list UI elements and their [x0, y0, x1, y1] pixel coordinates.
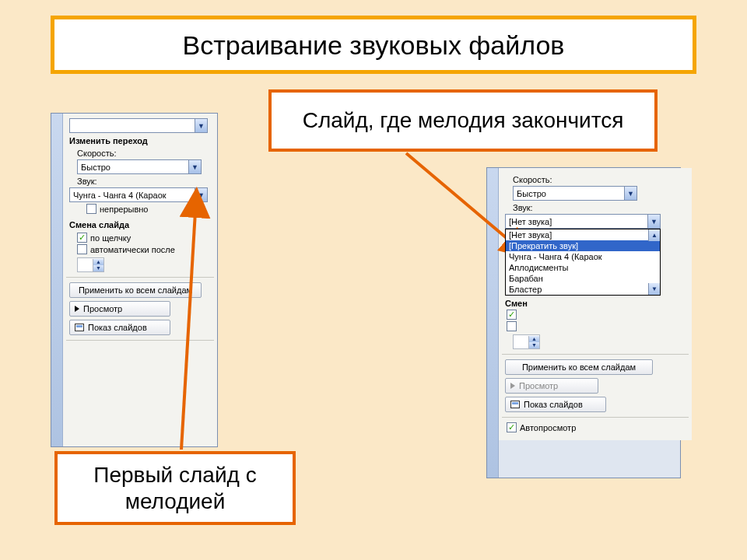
autoafter-checkbox-r[interactable] — [507, 321, 517, 331]
sound-value: Чунга - Чанга 4 (Караок — [70, 191, 195, 200]
loop-checkbox[interactable] — [86, 204, 96, 214]
chevron-down-icon[interactable]: ▼ — [624, 187, 637, 200]
speed-value-r: Быстро — [514, 189, 624, 198]
onclick-checkbox-r[interactable]: ✓ — [507, 310, 517, 320]
chevron-down-icon[interactable]: ▼ — [195, 119, 207, 132]
divider — [502, 354, 689, 355]
apply-all-button-r[interactable]: Применить ко всем слайдам — [505, 359, 653, 375]
callout-first-slide: Первый слайд с мелодией — [54, 451, 296, 525]
sound-dropdown-list[interactable]: [Нет звука] [Прекратить звук] Чунга - Ча… — [505, 229, 661, 296]
transition-pane-left: ▼ Изменить переход Скорость: Быстро ▼ Зв… — [51, 113, 218, 447]
apply-all-button[interactable]: Применить ко всем слайдам — [69, 282, 202, 298]
section-advance-r: Смен — [505, 299, 528, 308]
slide-title-text: Встраивание звуковых файлов — [183, 32, 565, 58]
speed-label-r: Скорость: — [513, 175, 686, 184]
sound-combo[interactable]: Чунга - Чанга 4 (Караок ▼ — [69, 187, 208, 202]
preview-button[interactable]: Просмотр — [69, 301, 170, 317]
autoafter-spinner[interactable]: ▲▼ — [77, 257, 104, 272]
sound-value-r: [Нет звука] — [506, 217, 647, 226]
play-icon — [75, 306, 79, 312]
autoafter-spinner-r[interactable]: ▲▼ — [513, 334, 540, 349]
effect-combo[interactable]: ▼ — [69, 118, 208, 133]
sound-option-selected[interactable]: [Прекратить звук] — [506, 240, 660, 251]
callout-end-slide: Слайд, где мелодия закончится — [268, 89, 658, 152]
divider — [502, 417, 689, 418]
slideshow-icon — [75, 324, 84, 331]
autoafter-label: автоматически после — [90, 245, 175, 254]
onclick-label: по щелчку — [90, 233, 131, 243]
scroll-up-icon[interactable]: ▲ — [648, 229, 660, 241]
play-icon — [510, 383, 515, 389]
autopreview-label: Автопросмотр — [520, 423, 576, 432]
speed-combo[interactable]: Быстро ▼ — [77, 159, 202, 174]
sound-option[interactable]: Аплодисменты — [506, 262, 660, 273]
divider — [66, 277, 214, 278]
speed-combo-r[interactable]: Быстро ▼ — [513, 186, 637, 201]
sound-combo-r[interactable]: [Нет звука] ▼ — [505, 214, 661, 229]
speed-label: Скорость: — [77, 149, 211, 158]
section-transition: Изменить переход — [69, 136, 211, 145]
chevron-down-icon[interactable]: ▼ — [195, 188, 207, 201]
speed-value: Быстро — [78, 163, 188, 172]
callout-first-slide-text: Первый слайд с мелодией — [73, 462, 277, 514]
pane-gutter — [51, 114, 63, 446]
pane-gutter — [487, 168, 499, 478]
slide-title: Встраивание звуковых файлов — [51, 16, 696, 74]
sound-option[interactable]: Барабан — [506, 273, 660, 284]
sound-option[interactable]: Чунга - Чанга 4 (Караок — [506, 251, 660, 262]
section-advance: Смена слайда — [69, 220, 211, 229]
sound-label-r: Звук: — [513, 203, 686, 212]
slideshow-icon — [510, 401, 520, 408]
sound-option[interactable]: [Нет звука] — [506, 229, 660, 240]
preview-button-r[interactable]: Просмотр — [505, 378, 598, 394]
callout-end-slide-text: Слайд, где мелодия закончится — [303, 107, 624, 134]
chevron-down-icon[interactable]: ▼ — [188, 160, 201, 173]
chevron-down-icon[interactable]: ▼ — [647, 215, 660, 228]
loop-label: непрерывно — [100, 205, 148, 214]
scroll-down-icon[interactable]: ▼ — [648, 283, 660, 295]
transition-pane-right: Скорость: Быстро ▼ Звук: [Нет звука] ▼ [… — [486, 167, 681, 478]
slideshow-button-r[interactable]: Показ слайдов — [505, 397, 606, 412]
slideshow-button[interactable]: Показ слайдов — [69, 320, 170, 335]
sound-label: Звук: — [77, 177, 211, 186]
autoafter-checkbox[interactable] — [77, 244, 87, 254]
sound-option[interactable]: Бластер — [506, 284, 660, 295]
autopreview-checkbox[interactable]: ✓ — [507, 422, 517, 432]
divider — [66, 340, 214, 341]
onclick-checkbox[interactable]: ✓ — [77, 233, 87, 243]
